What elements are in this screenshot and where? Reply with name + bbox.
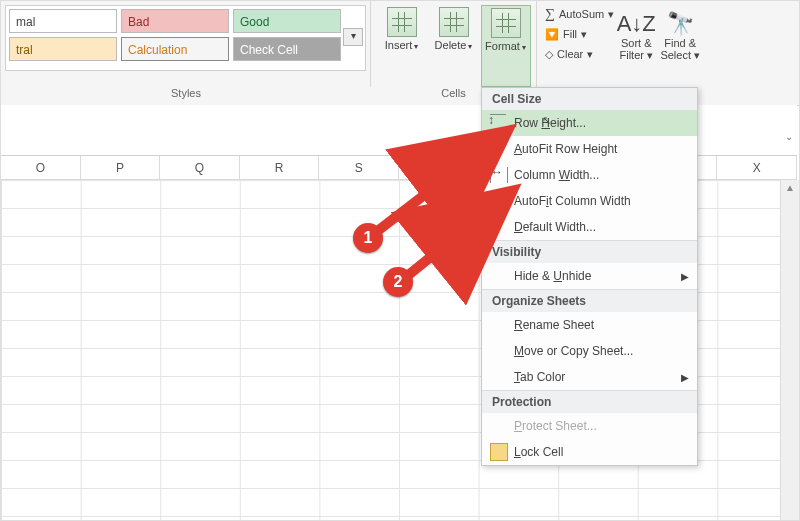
menu-autofit-column-width[interactable]: AutoFit Column Width [482, 188, 697, 214]
clear-label: Clear [557, 48, 583, 60]
insert-label: Insert [385, 39, 413, 51]
eraser-icon: ◇ [545, 48, 553, 61]
cursor-icon: ↖ [542, 114, 551, 127]
style-neutral[interactable]: tral [9, 37, 117, 61]
menu-default-width[interactable]: Default Width... [482, 214, 697, 240]
chevron-down-icon: ▾ [647, 49, 653, 61]
ribbon: mal Bad Good tral Calculation Check Cell… [1, 1, 799, 88]
style-normal[interactable]: mal [9, 9, 117, 33]
find-select-label: Find & Select [660, 37, 696, 61]
menu-section-visibility: Visibility [482, 240, 697, 263]
sort-filter-button[interactable]: A↓Z Sort & Filter ▾ [614, 5, 658, 87]
scroll-up-icon[interactable]: ▲ [781, 180, 799, 196]
chevron-down-icon: ▾ [581, 28, 587, 41]
format-icon [491, 8, 521, 38]
col-header[interactable]: R [240, 156, 320, 180]
row-height-icon [490, 114, 506, 132]
lock-icon [490, 443, 508, 461]
menu-rename-sheet[interactable]: Rename Sheet [482, 312, 697, 338]
menu-section-protection: Protection [482, 390, 697, 413]
format-label: Format [485, 40, 520, 52]
styles-group: mal Bad Good tral Calculation Check Cell… [1, 1, 371, 87]
submenu-arrow-icon: ▶ [681, 271, 689, 282]
chevron-down-icon: ▾ [414, 42, 418, 51]
vertical-scrollbar[interactable]: ▲ [780, 180, 799, 520]
sort-icon: A↓Z [614, 11, 658, 37]
style-calculation[interactable]: Calculation [121, 37, 229, 61]
binoculars-icon: 🔭 [658, 11, 702, 37]
formula-expand-icon[interactable]: ⌄ [785, 131, 793, 142]
chevron-down-icon: ▾ [468, 42, 472, 51]
menu-move-copy-sheet[interactable]: Move or Copy Sheet... [482, 338, 697, 364]
styles-more-button[interactable]: ▾ [343, 28, 363, 46]
cells-group: Insert▾ Delete▾ Format▾ [371, 1, 537, 87]
style-good[interactable]: Good [233, 9, 341, 33]
sigma-icon: ∑ [545, 6, 555, 22]
autosum-button[interactable]: ∑AutoSum ▾ [545, 5, 614, 23]
chevron-down-icon: ▾ [587, 48, 593, 61]
menu-lock-cell[interactable]: Lock Cell [482, 439, 697, 465]
col-header[interactable]: O [1, 156, 81, 180]
col-header[interactable]: S [319, 156, 399, 180]
chevron-down-icon: ▾ [694, 49, 700, 61]
editing-group: ∑AutoSum ▾ 🔽Fill ▾ ◇Clear ▾ A↓Z Sort & F… [537, 1, 799, 87]
chevron-down-icon: ▾ [522, 43, 526, 52]
fill-label: Fill [563, 28, 577, 40]
fill-icon: 🔽 [545, 28, 559, 41]
insert-icon [387, 7, 417, 37]
format-button[interactable]: Format▾ [481, 5, 531, 87]
menu-row-height[interactable]: Row Height... ↖ [482, 110, 697, 136]
delete-icon [439, 7, 469, 37]
menu-hide-unhide[interactable]: Hide & Unhide▶ [482, 263, 697, 289]
col-header[interactable]: X [717, 156, 797, 180]
clear-button[interactable]: ◇Clear ▾ [545, 45, 614, 63]
menu-section-organize: Organize Sheets [482, 289, 697, 312]
menu-section-cell-size: Cell Size [482, 88, 697, 110]
style-check-cell[interactable]: Check Cell [233, 37, 341, 61]
menu-tab-color[interactable]: Tab Color▶ [482, 364, 697, 390]
delete-button[interactable]: Delete▾ [429, 5, 479, 87]
cell-styles-gallery[interactable]: mal Bad Good tral Calculation Check Cell… [5, 5, 366, 71]
submenu-arrow-icon: ▶ [681, 372, 689, 383]
style-bad[interactable]: Bad [121, 9, 229, 33]
delete-label: Delete [435, 39, 467, 51]
find-select-button[interactable]: 🔭 Find & Select ▾ [658, 5, 702, 87]
column-width-icon [490, 167, 508, 183]
fill-button[interactable]: 🔽Fill ▾ [545, 25, 614, 43]
menu-column-width[interactable]: Column Width... [482, 162, 697, 188]
styles-group-label: Styles [1, 87, 371, 105]
insert-button[interactable]: Insert▾ [377, 5, 427, 87]
format-dropdown-menu: Cell Size Row Height... ↖ AutoFit Row He… [481, 87, 698, 466]
autosum-label: AutoSum [559, 8, 604, 20]
col-header[interactable]: P [81, 156, 161, 180]
col-header[interactable]: Q [160, 156, 240, 180]
col-header[interactable]: T [399, 156, 479, 180]
menu-autofit-row-height[interactable]: AutoFit Row Height [482, 136, 697, 162]
menu-protect-sheet[interactable]: Protect Sheet... [482, 413, 697, 439]
